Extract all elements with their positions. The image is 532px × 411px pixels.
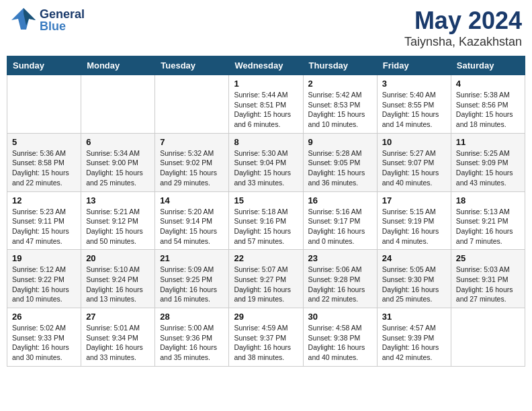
calendar-week-5: 26 Sunrise: 5:02 AMSunset: 9:33 PMDaylig… <box>7 308 525 367</box>
day-number: 27 <box>86 312 150 322</box>
calendar-cell-w3-d7: 18 Sunrise: 5:13 AMSunset: 9:21 PMDaylig… <box>451 191 525 250</box>
calendar-cell-w4-d1: 19 Sunrise: 5:12 AMSunset: 9:22 PMDaylig… <box>7 250 81 308</box>
day-info: Sunrise: 5:06 AMSunset: 9:28 PMDaylight:… <box>308 265 372 304</box>
day-info: Sunrise: 5:10 AMSunset: 9:24 PMDaylight:… <box>86 265 150 304</box>
logo-blue-text: Blue <box>40 20 85 32</box>
calendar-cell-w5-d6: 31 Sunrise: 4:57 AMSunset: 9:39 PMDaylig… <box>377 308 451 367</box>
logo-bird-icon <box>10 7 37 34</box>
day-info: Sunrise: 5:16 AMSunset: 9:17 PMDaylight:… <box>308 207 372 246</box>
col-friday: Friday <box>377 56 451 75</box>
day-number: 11 <box>456 137 520 147</box>
calendar-cell-w5-d2: 27 Sunrise: 5:01 AMSunset: 9:34 PMDaylig… <box>81 308 155 367</box>
calendar-cell-w3-d6: 17 Sunrise: 5:15 AMSunset: 9:19 PMDaylig… <box>377 191 451 250</box>
day-number: 1 <box>234 79 298 89</box>
col-saturday: Saturday <box>451 56 525 75</box>
col-sunday: Sunday <box>7 56 81 75</box>
calendar-cell-w3-d3: 14 Sunrise: 5:20 AMSunset: 9:14 PMDaylig… <box>155 191 229 250</box>
col-monday: Monday <box>81 56 155 75</box>
day-number: 28 <box>160 312 224 322</box>
day-number: 7 <box>160 137 224 147</box>
calendar-cell-w2-d4: 8 Sunrise: 5:30 AMSunset: 9:04 PMDayligh… <box>229 133 303 191</box>
calendar-cell-w5-d7 <box>451 308 525 367</box>
calendar-cell-w4-d7: 25 Sunrise: 5:03 AMSunset: 9:31 PMDaylig… <box>451 250 525 308</box>
day-number: 10 <box>382 137 446 147</box>
calendar-cell-w4-d6: 24 Sunrise: 5:05 AMSunset: 9:30 PMDaylig… <box>377 250 451 308</box>
calendar-cell-w3-d2: 13 Sunrise: 5:21 AMSunset: 9:12 PMDaylig… <box>81 191 155 250</box>
day-info: Sunrise: 5:40 AMSunset: 8:55 PMDaylight:… <box>382 90 446 130</box>
day-number: 30 <box>308 312 372 322</box>
day-info: Sunrise: 5:34 AMSunset: 9:00 PMDaylight:… <box>86 148 150 188</box>
day-number: 23 <box>308 253 372 263</box>
day-info: Sunrise: 5:27 AMSunset: 9:07 PMDaylight:… <box>382 148 446 188</box>
day-number: 14 <box>160 195 224 205</box>
logo-general-text: General <box>40 8 85 20</box>
day-info: Sunrise: 5:03 AMSunset: 9:31 PMDaylight:… <box>456 265 520 304</box>
day-info: Sunrise: 5:25 AMSunset: 9:09 PMDaylight:… <box>456 148 520 188</box>
title-block: May 2024 Taiynsha, Kazakhstan <box>404 7 522 49</box>
page-header: General Blue May 2024 Taiynsha, Kazakhst… <box>7 7 525 49</box>
calendar-week-1: 1 Sunrise: 5:44 AMSunset: 8:51 PMDayligh… <box>7 75 525 134</box>
day-number: 17 <box>382 195 446 205</box>
day-info: Sunrise: 5:15 AMSunset: 9:19 PMDaylight:… <box>382 207 446 246</box>
day-number: 18 <box>456 195 520 205</box>
calendar-cell-w1-d3 <box>155 75 229 134</box>
col-tuesday: Tuesday <box>155 56 229 75</box>
location-title: Taiynsha, Kazakhstan <box>404 35 522 49</box>
calendar-cell-w2-d2: 6 Sunrise: 5:34 AMSunset: 9:00 PMDayligh… <box>81 133 155 191</box>
day-number: 12 <box>12 195 76 205</box>
day-number: 6 <box>86 137 150 147</box>
calendar-cell-w3-d1: 12 Sunrise: 5:23 AMSunset: 9:11 PMDaylig… <box>7 191 81 250</box>
col-thursday: Thursday <box>303 56 377 75</box>
day-info: Sunrise: 4:59 AMSunset: 9:37 PMDaylight:… <box>234 323 298 363</box>
day-info: Sunrise: 4:58 AMSunset: 9:38 PMDaylight:… <box>308 323 372 363</box>
calendar-cell-w3-d5: 16 Sunrise: 5:16 AMSunset: 9:17 PMDaylig… <box>303 191 377 250</box>
day-number: 2 <box>308 79 372 89</box>
day-number: 15 <box>234 195 298 205</box>
calendar-cell-w5-d4: 29 Sunrise: 4:59 AMSunset: 9:37 PMDaylig… <box>229 308 303 367</box>
calendar-cell-w1-d1 <box>7 75 81 134</box>
month-title: May 2024 <box>404 7 522 35</box>
calendar-cell-w4-d2: 20 Sunrise: 5:10 AMSunset: 9:24 PMDaylig… <box>81 250 155 308</box>
day-info: Sunrise: 5:12 AMSunset: 9:22 PMDaylight:… <box>12 265 76 304</box>
day-info: Sunrise: 5:20 AMSunset: 9:14 PMDaylight:… <box>160 207 224 246</box>
calendar-header-row: Sunday Monday Tuesday Wednesday Thursday… <box>7 56 525 75</box>
calendar-cell-w4-d3: 21 Sunrise: 5:09 AMSunset: 9:25 PMDaylig… <box>155 250 229 308</box>
day-info: Sunrise: 5:32 AMSunset: 9:02 PMDaylight:… <box>160 148 224 188</box>
day-info: Sunrise: 5:02 AMSunset: 9:33 PMDaylight:… <box>12 323 76 363</box>
day-number: 5 <box>12 137 76 147</box>
calendar-table: Sunday Monday Tuesday Wednesday Thursday… <box>7 56 525 367</box>
day-info: Sunrise: 5:05 AMSunset: 9:30 PMDaylight:… <box>382 265 446 304</box>
calendar-cell-w1-d5: 2 Sunrise: 5:42 AMSunset: 8:53 PMDayligh… <box>303 75 377 134</box>
calendar-week-2: 5 Sunrise: 5:36 AMSunset: 8:58 PMDayligh… <box>7 133 525 191</box>
day-number: 29 <box>234 312 298 322</box>
day-number: 9 <box>308 137 372 147</box>
calendar-cell-w5-d1: 26 Sunrise: 5:02 AMSunset: 9:33 PMDaylig… <box>7 308 81 367</box>
day-number: 22 <box>234 253 298 263</box>
day-number: 4 <box>456 79 520 89</box>
logo-text: General Blue <box>40 8 85 32</box>
calendar-cell-w2-d5: 9 Sunrise: 5:28 AMSunset: 9:05 PMDayligh… <box>303 133 377 191</box>
day-number: 20 <box>86 253 150 263</box>
calendar-cell-w2-d7: 11 Sunrise: 5:25 AMSunset: 9:09 PMDaylig… <box>451 133 525 191</box>
day-info: Sunrise: 5:00 AMSunset: 9:36 PMDaylight:… <box>160 323 224 363</box>
day-info: Sunrise: 5:28 AMSunset: 9:05 PMDaylight:… <box>308 148 372 188</box>
day-number: 25 <box>456 253 520 263</box>
calendar-cell-w2-d1: 5 Sunrise: 5:36 AMSunset: 8:58 PMDayligh… <box>7 133 81 191</box>
calendar-cell-w1-d4: 1 Sunrise: 5:44 AMSunset: 8:51 PMDayligh… <box>229 75 303 134</box>
calendar-cell-w3-d4: 15 Sunrise: 5:18 AMSunset: 9:16 PMDaylig… <box>229 191 303 250</box>
day-info: Sunrise: 5:30 AMSunset: 9:04 PMDaylight:… <box>234 148 298 188</box>
calendar-week-4: 19 Sunrise: 5:12 AMSunset: 9:22 PMDaylig… <box>7 250 525 308</box>
day-info: Sunrise: 5:42 AMSunset: 8:53 PMDaylight:… <box>308 90 372 130</box>
calendar-cell-w2-d3: 7 Sunrise: 5:32 AMSunset: 9:02 PMDayligh… <box>155 133 229 191</box>
calendar-cell-w1-d6: 3 Sunrise: 5:40 AMSunset: 8:55 PMDayligh… <box>377 75 451 134</box>
day-number: 26 <box>12 312 76 322</box>
calendar-cell-w4-d5: 23 Sunrise: 5:06 AMSunset: 9:28 PMDaylig… <box>303 250 377 308</box>
calendar-cell-w2-d6: 10 Sunrise: 5:27 AMSunset: 9:07 PMDaylig… <box>377 133 451 191</box>
day-info: Sunrise: 5:13 AMSunset: 9:21 PMDaylight:… <box>456 207 520 246</box>
day-info: Sunrise: 5:44 AMSunset: 8:51 PMDaylight:… <box>234 90 298 130</box>
calendar-cell-w4-d4: 22 Sunrise: 5:07 AMSunset: 9:27 PMDaylig… <box>229 250 303 308</box>
day-number: 21 <box>160 253 224 263</box>
day-info: Sunrise: 5:38 AMSunset: 8:56 PMDaylight:… <box>456 90 520 130</box>
col-wednesday: Wednesday <box>229 56 303 75</box>
day-info: Sunrise: 5:01 AMSunset: 9:34 PMDaylight:… <box>86 323 150 363</box>
